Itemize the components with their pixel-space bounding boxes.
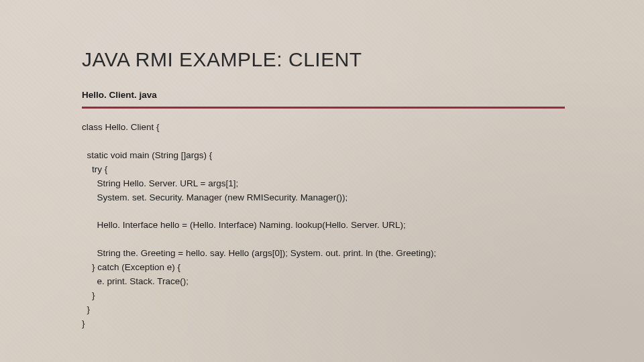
divider — [82, 107, 565, 109]
slide-title: JAVA RMI EXAMPLE: CLIENT — [82, 48, 644, 71]
filename-label: Hello. Client. java — [82, 90, 157, 104]
code-block: class Hello. Client { static void main (… — [82, 121, 644, 331]
slide-container: JAVA RMI EXAMPLE: CLIENT Hello. Client. … — [0, 0, 644, 362]
